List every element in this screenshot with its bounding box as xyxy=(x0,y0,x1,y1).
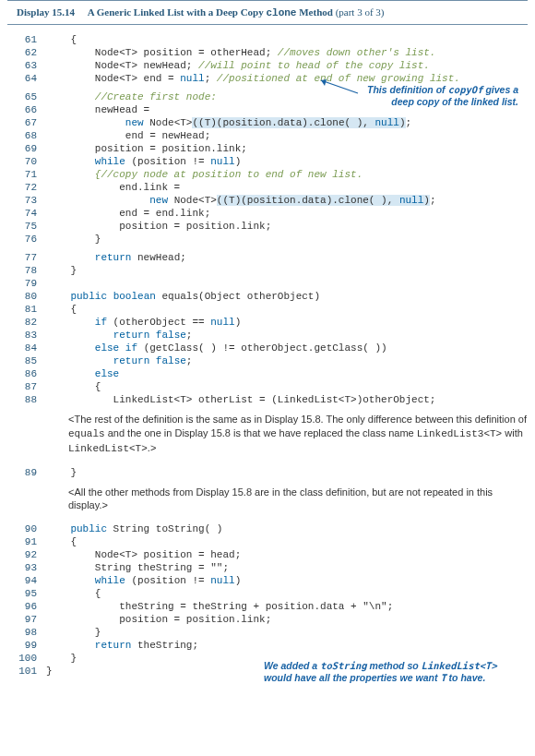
code-line: theString = theString + position.data + … xyxy=(46,601,528,612)
code-line: return false; xyxy=(46,355,528,366)
code-line: } xyxy=(46,627,528,638)
code-line: position = position.link; xyxy=(46,221,528,232)
code-line: String theString = ""; xyxy=(46,562,528,573)
code-line: if (otherObject == null) xyxy=(46,317,528,328)
code-line: new Node<T>((T)(position.data).clone( ),… xyxy=(46,117,528,128)
note-equals: <The rest of the definition is the same … xyxy=(68,413,528,456)
code-line: return false; xyxy=(46,330,528,341)
note-other-methods: <All the other methods from Display 15.8… xyxy=(68,486,528,513)
code-line: { xyxy=(46,536,528,547)
code-line: else if (getClass( ) != otherObject.getC… xyxy=(46,342,528,354)
code-line: new Node<T>((T)(position.data).clone( ),… xyxy=(46,195,528,206)
display-part: (part 3 of 3) xyxy=(336,6,385,18)
code-line: position = position.link; xyxy=(46,143,528,154)
code-line: { xyxy=(46,34,528,45)
code-line: { xyxy=(46,381,528,392)
code-line: {//copy node at position to end of new l… xyxy=(46,169,528,180)
code-line: { xyxy=(46,304,528,315)
code-line: } xyxy=(46,234,528,245)
code-line: end = newHead; xyxy=(46,130,528,141)
code-line: Node<T> position = head; xyxy=(46,549,528,560)
code-line: while (position != null) xyxy=(46,575,528,586)
code-line: end.link = xyxy=(46,182,528,193)
code-line: Node<T> end = null; //positioned at end … xyxy=(46,73,528,84)
code-line: LinkedList<T> otherList = (LinkedList<T>… xyxy=(46,394,528,405)
code-line: position = position.link; xyxy=(46,614,528,625)
code-line: Node<T> position = otherHead; //moves do… xyxy=(46,47,528,58)
display-title: A Generic Linked List with a Deep Copy c… xyxy=(88,6,336,18)
annotation-tostring: We added a toString method so LinkedList… xyxy=(264,660,522,684)
code-line: public String toString( ) xyxy=(46,523,528,534)
code-line: end = end.link; xyxy=(46,208,528,219)
code-line: Node<T> newHead; //will point to head of… xyxy=(46,60,528,71)
code-line: { xyxy=(46,588,528,599)
code-line: public boolean equals(Object otherObject… xyxy=(46,291,528,302)
code-line: } xyxy=(46,265,528,276)
display-header: Display 15.14 A Generic Linked List with… xyxy=(7,0,528,25)
code-listing: This definition of copyOf gives a deep c… xyxy=(0,30,535,688)
code-line: else xyxy=(46,368,528,379)
code-line: } xyxy=(46,467,528,478)
annotation-copyof: This definition of copyOf gives a deep c… xyxy=(343,84,518,108)
display-label: Display 15.14 xyxy=(17,6,75,18)
code-line: return newHead; xyxy=(46,252,528,263)
code-line: return theString; xyxy=(46,640,528,651)
code-line: while (position != null) xyxy=(46,156,528,167)
